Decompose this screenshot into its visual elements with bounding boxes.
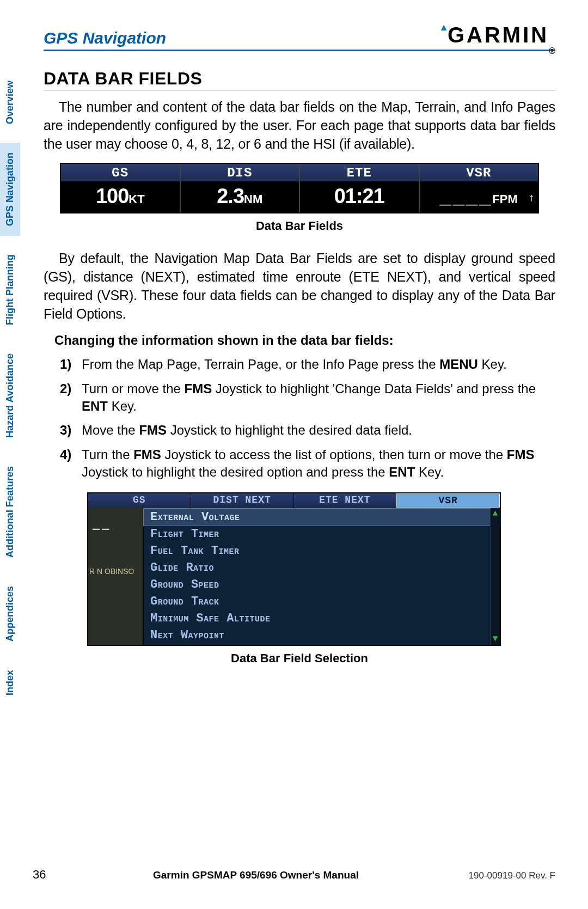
selection-header-gs: GS [88,493,191,508]
selection-option[interactable]: Next Waypoint [144,627,500,644]
tab-overview[interactable]: Overview [0,71,20,134]
selection-option[interactable]: Ground Track [144,593,500,610]
paragraph-intro: The number and content of the data bar f… [44,98,555,153]
selection-option[interactable]: External Voltage [144,509,500,526]
databar-cell-gs: GS 100KT [61,164,181,212]
page-footer: 36 Garmin GPSMAP 695/696 Owner's Manual … [33,868,555,882]
databar-label: GS [61,164,180,181]
figure-caption-databar: Data Bar Fields [44,219,555,233]
side-tabs: Overview GPS Navigation Flight Planning … [0,71,33,714]
selection-dash: —— [93,523,111,536]
tab-index[interactable]: Index [0,660,20,705]
paragraph-defaults: By default, the Navigation Map Data Bar … [44,249,555,323]
selection-header-vsr[interactable]: VSR [396,493,500,508]
selection-option-list[interactable]: External Voltage Flight Timer Fuel Tank … [143,508,500,645]
selection-option[interactable]: Ground Speed [144,576,500,593]
figure-data-bar: GS 100KT DIS 2.3NM ETE 01:21 VSR ____FPM… [60,163,539,213]
brand-text: GARMIN [448,23,549,47]
selection-header-row: GS DIST NEXT ETE NEXT VSR [88,493,500,508]
databar-cell-dis: DIS 2.3NM [181,164,301,212]
page-title: DATA BAR FIELDS [44,69,555,90]
databar-value: 01:21 [300,181,419,212]
selection-header-ete-next: ETE NEXT [294,493,397,508]
selection-scrollbar[interactable]: ▲ ▼ [490,508,500,645]
step-item: 3)Move the FMS Joystick to highlight the… [60,422,550,439]
databar-cell-ete: ETE 01:21 [300,164,420,212]
databar-label: ETE [300,164,419,181]
figure-selection: GS DIST NEXT ETE NEXT VSR —— R N OBINSO … [87,492,501,646]
selection-option[interactable]: Flight Timer [144,526,500,542]
step-item: 1)From the Map Page, Terrain Page, or th… [60,356,550,373]
arrow-up-icon: ↑ [529,191,534,204]
scroll-up-icon[interactable]: ▲ [491,509,500,518]
steps-list: 1)From the Map Page, Terrain Page, or th… [60,356,550,481]
page-header: GPS Navigation ▲ GARMIN® [44,22,555,51]
selection-option[interactable]: Glide Ratio [144,559,500,576]
selection-option[interactable]: Fuel Tank Timer [144,542,500,559]
selection-map-text: R N OBINSO [89,568,134,575]
footer-manual-title: Garmin GPSMAP 695/696 Owner's Manual [76,869,436,881]
databar-value: ____FPM ↑ [420,181,538,212]
section-title: GPS Navigation [44,29,166,47]
tab-hazard-avoidance[interactable]: Hazard Avoidance [0,344,20,448]
step-item: 2)Turn or move the FMS Joystick to highl… [60,380,550,416]
scroll-down-icon[interactable]: ▼ [491,634,500,644]
steps-heading: Changing the information shown in the da… [54,333,555,348]
databar-label: VSR [420,164,538,181]
tab-flight-planning[interactable]: Flight Planning [0,245,20,335]
tab-gps-navigation[interactable]: GPS Navigation [0,143,20,236]
step-item: 4)Turn the FMS Joystick to access the li… [60,446,550,481]
databar-cell-vsr: VSR ____FPM ↑ [420,164,538,212]
databar-value: 100KT [61,181,180,212]
selection-left-panel: —— R N OBINSO [88,508,143,645]
brand-logo: ▲ GARMIN® [439,22,555,47]
figure-caption-selection: Data Bar Field Selection [44,651,555,666]
selection-body: —— R N OBINSO External Voltage Flight Ti… [88,508,500,645]
tab-appendices[interactable]: Appendices [0,576,20,651]
databar-value: 2.3NM [181,181,299,212]
databar-label: DIS [181,164,299,181]
selection-option[interactable]: Minimum Safe Altitude [144,610,500,627]
footer-revision: 190-00919-00 Rev. F [436,870,555,881]
page-content: DATA BAR FIELDS The number and content o… [44,65,555,682]
tab-additional-features[interactable]: Additional Features [0,456,20,568]
selection-header-dist-next: DIST NEXT [191,493,294,508]
page-number: 36 [33,868,76,882]
